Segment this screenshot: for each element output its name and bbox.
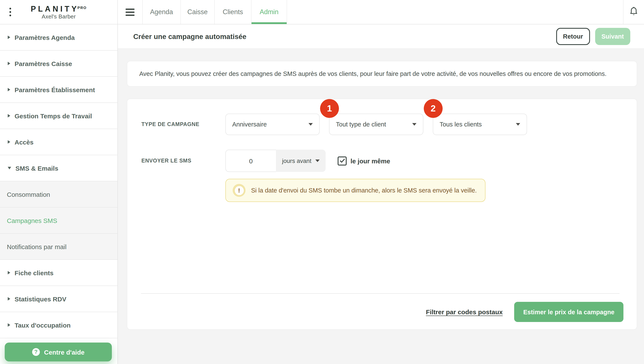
sidebar-item-parametres-etablissement[interactable]: Paramètres Établissement bbox=[0, 77, 118, 103]
campaign-type-value: Anniversaire bbox=[232, 121, 267, 128]
same-day-label: le jour même bbox=[350, 157, 390, 164]
step-badge-1: 1 bbox=[320, 99, 339, 118]
caret-right-icon bbox=[8, 297, 10, 300]
estimate-price-button[interactable]: Estimer le prix de la campagne bbox=[514, 302, 624, 322]
sidebar-item-sms-emails[interactable]: SMS & Emails bbox=[0, 155, 118, 181]
intro-text: Avec Planity, vous pouvez créer des camp… bbox=[139, 70, 606, 77]
topbar-spacer bbox=[287, 0, 623, 24]
campaign-type-row: TYPE DE CAMPAGNE Anniversaire 1 Tout typ… bbox=[142, 114, 637, 135]
top-bar: PLANITYPRO Axel's Barber Agenda Caisse C… bbox=[0, 0, 644, 25]
campaign-form-card: TYPE DE CAMPAGNE Anniversaire 1 Tout typ… bbox=[127, 99, 637, 330]
tab-agenda[interactable]: Agenda bbox=[143, 0, 181, 24]
page-content: Avec Planity, vous pouvez créer des camp… bbox=[118, 49, 644, 364]
help-center-label: Centre d'aide bbox=[44, 348, 84, 356]
caret-down-icon bbox=[8, 167, 11, 169]
caret-right-icon bbox=[8, 271, 10, 274]
sidebar-item-label: Paramètres Agenda bbox=[14, 34, 75, 41]
sidebar-subitem-campagnes-sms[interactable]: Campagnes SMS bbox=[0, 207, 118, 234]
back-button[interactable]: Retour bbox=[556, 28, 590, 45]
sidebar-item-label: Taux d'occupation bbox=[14, 321, 71, 329]
sidebar-item-label: Campagnes SMS bbox=[7, 217, 57, 224]
next-button-disabled[interactable]: Suivant bbox=[595, 28, 630, 45]
card-footer: Filtrer par codes postaux Estimer le pri… bbox=[426, 302, 624, 322]
help-center-button[interactable]: ? Centre d'aide bbox=[5, 342, 112, 361]
sidebar-item-label: Notifications par mail bbox=[7, 243, 66, 250]
brand-pro-tag: PRO bbox=[78, 6, 87, 10]
sidebar-item-parametres-agenda[interactable]: Paramètres Agenda bbox=[0, 25, 118, 51]
help-icon: ? bbox=[32, 348, 40, 356]
campaign-type-select[interactable]: Anniversaire bbox=[226, 114, 320, 135]
chevron-down-icon bbox=[412, 123, 416, 126]
client-type-select[interactable]: 1 Tout type de client bbox=[329, 114, 423, 135]
sidebar-subitem-notifications-mail[interactable]: Notifications par mail bbox=[0, 234, 118, 260]
sidebar-item-gestion-temps[interactable]: Gestion Temps de Travail bbox=[0, 103, 118, 129]
page-title: Créer une campagne automatisée bbox=[133, 32, 556, 41]
same-day-checkbox[interactable] bbox=[338, 156, 347, 165]
hamburger-menu-icon[interactable] bbox=[118, 0, 143, 24]
check-icon bbox=[340, 159, 345, 163]
bell-icon bbox=[630, 6, 638, 18]
brand-area: PLANITYPRO Axel's Barber bbox=[0, 0, 118, 24]
sidebar-item-label: Consommation bbox=[7, 191, 50, 198]
sidebar-item-label: SMS & Emails bbox=[16, 164, 58, 172]
tab-admin[interactable]: Admin bbox=[252, 0, 287, 24]
caret-right-icon bbox=[8, 323, 10, 327]
clients-select[interactable]: 2 Tous les clients bbox=[433, 114, 527, 135]
campaign-type-label: TYPE DE CAMPAGNE bbox=[142, 121, 226, 127]
client-type-value: Tout type de client bbox=[336, 121, 386, 128]
brand-logo: PLANITYPRO Axel's Barber bbox=[31, 5, 87, 20]
sidebar-subitem-consommation[interactable]: Consommation bbox=[0, 181, 118, 207]
warning-icon: ! bbox=[233, 184, 246, 197]
sidebar-item-acces[interactable]: Accès bbox=[0, 129, 118, 155]
sidebar-item-label: Accès bbox=[14, 138, 34, 146]
caret-right-icon bbox=[8, 62, 10, 65]
send-sms-row: ENVOYER LE SMS jours avant le jour même bbox=[142, 150, 637, 172]
sidebar-item-statistiques-rdv[interactable]: Statistiques RDV bbox=[0, 286, 118, 312]
same-day-checkbox-group[interactable]: le jour même bbox=[338, 156, 390, 165]
kebab-menu-icon[interactable] bbox=[8, 6, 13, 18]
clients-value: Tous les clients bbox=[440, 121, 482, 128]
send-sms-label: ENVOYER LE SMS bbox=[142, 158, 226, 164]
main-area: Créer une campagne automatisée Retour Su… bbox=[118, 25, 644, 364]
sidebar-item-label: Paramètres Caisse bbox=[14, 60, 72, 67]
chevron-down-icon bbox=[516, 123, 520, 126]
chevron-down-icon bbox=[308, 123, 313, 126]
chevron-down-icon bbox=[315, 160, 320, 162]
intro-card: Avec Planity, vous pouvez créer des camp… bbox=[127, 61, 637, 87]
sidebar-item-taux-occupation[interactable]: Taux d'occupation bbox=[0, 312, 118, 338]
days-unit-select[interactable]: jours avant bbox=[276, 150, 326, 172]
filter-postal-codes-link[interactable]: Filtrer par codes postaux bbox=[426, 308, 502, 315]
sidebar-item-fiche-clients[interactable]: Fiche clients bbox=[0, 260, 118, 286]
notifications-bell-button[interactable] bbox=[623, 0, 644, 24]
sidebar-item-label: Fiche clients bbox=[14, 269, 54, 276]
caret-right-icon bbox=[8, 36, 10, 39]
caret-right-icon bbox=[8, 140, 10, 144]
footer-divider bbox=[141, 293, 620, 294]
caret-right-icon bbox=[8, 88, 10, 91]
sidebar-item-label: Statistiques RDV bbox=[14, 295, 66, 302]
tab-caisse[interactable]: Caisse bbox=[181, 0, 215, 24]
salon-name: Axel's Barber bbox=[31, 14, 87, 20]
days-unit-value: jours avant bbox=[282, 157, 312, 164]
caret-right-icon bbox=[8, 114, 10, 118]
tab-clients[interactable]: Clients bbox=[215, 0, 252, 24]
page-header: Créer une campagne automatisée Retour Su… bbox=[118, 25, 644, 49]
sidebar-item-label: Paramètres Établissement bbox=[14, 86, 95, 93]
sunday-warning-banner: ! Si la date d'envoi du SMS tombe un dim… bbox=[226, 179, 486, 202]
sidebar: Paramètres Agenda Paramètres Caisse Para… bbox=[0, 25, 118, 364]
brand-name: PLANITY bbox=[31, 5, 79, 13]
sidebar-item-label: Gestion Temps de Travail bbox=[14, 112, 92, 119]
planity-admin-app: PLANITYPRO Axel's Barber Agenda Caisse C… bbox=[0, 0, 644, 364]
sidebar-item-parametres-caisse[interactable]: Paramètres Caisse bbox=[0, 51, 118, 77]
step-badge-2: 2 bbox=[424, 99, 442, 118]
warning-text: Si la date d'envoi du SMS tombe un diman… bbox=[251, 187, 477, 194]
days-before-input[interactable] bbox=[226, 150, 276, 172]
